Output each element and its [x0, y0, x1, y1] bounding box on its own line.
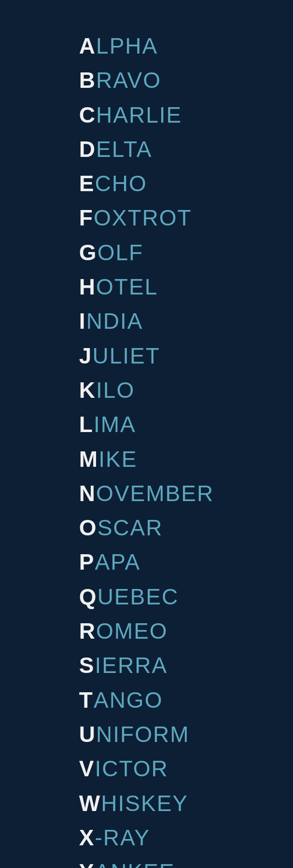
list-item: FOXTROT: [79, 201, 192, 235]
word-rest-letters: OTEL: [96, 270, 158, 304]
list-item: X-RAY: [79, 821, 150, 855]
word-initial-letter: V: [79, 752, 95, 786]
word-rest-letters: HISKEY: [101, 786, 188, 821]
word-rest-letters: IKE: [98, 442, 137, 476]
list-item: BRAVO: [79, 63, 161, 98]
list-item: JULIET: [79, 339, 160, 373]
word-initial-letter: G: [79, 236, 98, 270]
word-rest-letters: NIFORM: [96, 717, 189, 752]
list-item: WHISKEY: [79, 786, 188, 821]
word-initial-letter: B: [79, 63, 96, 98]
list-item: ECHO: [79, 167, 147, 201]
list-item: SIERRA: [79, 648, 167, 683]
word-initial-letter: L: [79, 407, 94, 442]
word-initial-letter: Y: [79, 855, 95, 868]
list-item: UNIFORM: [79, 717, 190, 752]
word-rest-letters: -RAY: [95, 821, 151, 855]
word-initial-letter: A: [79, 29, 96, 63]
word-rest-letters: ULIET: [92, 339, 160, 373]
list-item: NOVEMBER: [79, 476, 214, 511]
word-initial-letter: F: [79, 201, 94, 235]
list-item: OSCAR: [79, 511, 163, 545]
list-item: QUEBEC: [79, 580, 179, 614]
list-item: INDIA: [79, 304, 143, 338]
list-item: KILO: [79, 373, 135, 407]
list-item: GOLF: [79, 236, 143, 270]
list-item: VICTOR: [79, 752, 168, 786]
word-rest-letters: CHO: [95, 167, 147, 201]
list-item: HOTEL: [79, 270, 158, 304]
word-initial-letter: N: [79, 476, 96, 511]
word-rest-letters: SCAR: [98, 511, 163, 545]
word-initial-letter: E: [79, 167, 95, 201]
word-initial-letter: K: [79, 373, 96, 407]
list-item: ALPHA: [79, 29, 158, 63]
word-initial-letter: D: [79, 132, 96, 167]
list-item: TANGO: [79, 683, 163, 717]
word-initial-letter: P: [79, 545, 95, 579]
list-item: LIMA: [79, 407, 136, 442]
word-rest-letters: OLF: [98, 236, 143, 270]
word-initial-letter: R: [79, 614, 96, 648]
word-initial-letter: M: [79, 442, 98, 476]
list-item: ROMEO: [79, 614, 168, 648]
word-rest-letters: APA: [95, 545, 141, 579]
word-rest-letters: UEBEC: [98, 580, 179, 614]
word-initial-letter: O: [79, 511, 98, 545]
word-initial-letter: S: [79, 648, 95, 683]
list-item: PAPA: [79, 545, 140, 579]
word-rest-letters: OVEMBER: [96, 476, 214, 511]
list-item: YANKEE: [79, 855, 175, 868]
word-initial-letter: H: [79, 270, 96, 304]
word-rest-letters: ELTA: [96, 132, 152, 167]
word-rest-letters: NDIA: [86, 304, 143, 338]
word-initial-letter: U: [79, 717, 96, 752]
word-initial-letter: J: [79, 339, 93, 373]
word-rest-letters: OMEO: [96, 614, 168, 648]
word-initial-letter: I: [79, 304, 86, 338]
phonetic-alphabet-list: ALPHABRAVOCHARLIEDELTAECHOFOXTROTGOLFHOT…: [79, 0, 214, 868]
word-rest-letters: ILO: [96, 373, 135, 407]
list-item: CHARLIE: [79, 98, 182, 132]
word-rest-letters: IERRA: [95, 648, 168, 683]
word-initial-letter: C: [79, 98, 96, 132]
word-rest-letters: RAVO: [96, 63, 161, 98]
word-rest-letters: ICTOR: [95, 752, 168, 786]
word-rest-letters: ANKEE: [95, 855, 175, 868]
list-item: DELTA: [79, 132, 152, 167]
word-rest-letters: HARLIE: [96, 98, 182, 132]
word-rest-letters: ANGO: [94, 683, 163, 717]
word-initial-letter: X: [79, 821, 95, 855]
word-initial-letter: T: [79, 683, 94, 717]
list-item: MIKE: [79, 442, 137, 476]
word-rest-letters: OXTROT: [94, 201, 192, 235]
word-rest-letters: IMA: [94, 407, 136, 442]
word-initial-letter: Q: [79, 580, 98, 614]
word-initial-letter: W: [79, 786, 101, 821]
word-rest-letters: LPHA: [96, 29, 158, 63]
